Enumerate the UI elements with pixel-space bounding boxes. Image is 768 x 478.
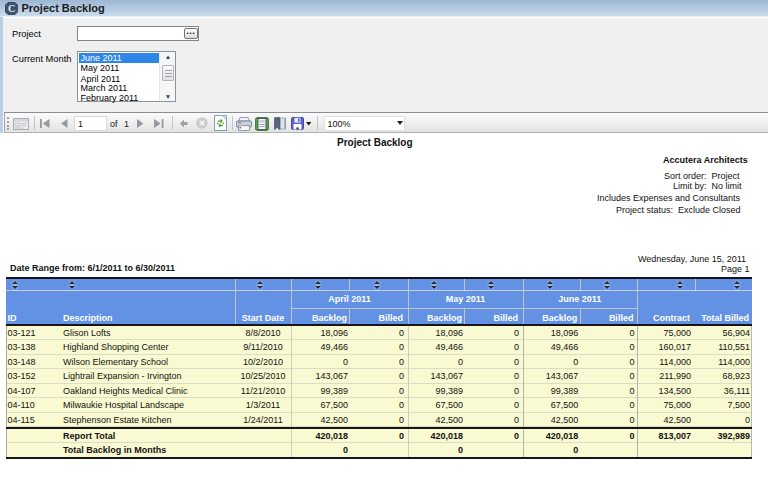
svg-text:C: C	[8, 3, 15, 14]
